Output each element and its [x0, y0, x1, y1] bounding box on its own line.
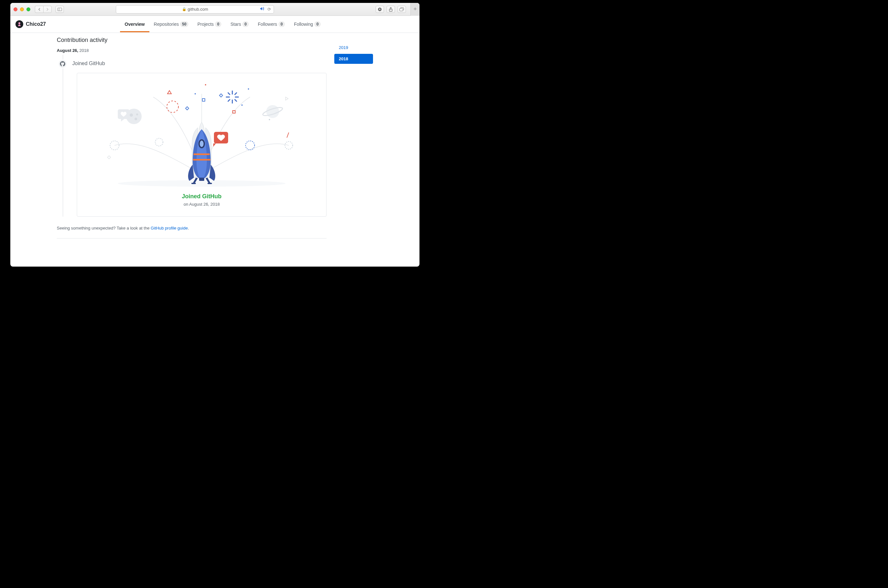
svg-point-19: [248, 88, 249, 90]
timeline: Joined GitHub: [57, 55, 327, 217]
username[interactable]: Chico27: [26, 21, 46, 27]
safari-window: 🔒 github.com ⟳ + Chico27 OverviewReposi: [11, 3, 420, 267]
lock-icon: 🔒: [182, 7, 187, 11]
main-column: Contribution activity August 26, 2018 Jo…: [57, 37, 327, 238]
fullscreen-window-button[interactable]: [26, 8, 30, 11]
svg-rect-5: [399, 8, 403, 11]
svg-point-8: [118, 180, 286, 187]
timeline-item-joined: Joined GitHub: [63, 55, 327, 217]
svg-line-25: [228, 93, 230, 95]
svg-rect-42: [199, 178, 204, 181]
svg-point-37: [200, 141, 203, 147]
activity-date: August 26, 2018: [57, 48, 327, 53]
toolbar-right: [376, 6, 406, 13]
svg-point-32: [130, 114, 133, 117]
svg-point-10: [155, 138, 163, 146]
address-bar[interactable]: 🔒 github.com ⟳: [116, 5, 274, 14]
svg-point-34: [136, 114, 138, 116]
svg-line-27: [235, 93, 237, 95]
svg-point-17: [194, 93, 196, 94]
profile-header: Chico27 OverviewRepositories50Projects0S…: [11, 16, 420, 33]
tab-counter: 50: [180, 21, 188, 27]
svg-rect-40: [191, 183, 196, 184]
tab-following[interactable]: Following0: [289, 16, 325, 32]
tab-label: Projects: [197, 22, 214, 27]
date-year: 2018: [78, 48, 89, 53]
close-window-button[interactable]: [14, 8, 17, 11]
profile-guide-link[interactable]: GitHub profile guide: [151, 226, 188, 231]
svg-rect-0: [58, 8, 62, 10]
minimize-window-button[interactable]: [20, 8, 24, 11]
joined-card: Joined GitHub on August 26, 2018: [77, 73, 327, 217]
tabs-button[interactable]: [397, 6, 406, 13]
joined-illustration: [85, 81, 319, 187]
tab-followers[interactable]: Followers0: [253, 16, 289, 32]
svg-rect-38: [194, 153, 210, 155]
contribution-heading: Contribution activity: [57, 37, 327, 44]
profile-tabs: OverviewRepositories50Projects0Stars0Fol…: [120, 16, 325, 32]
svg-rect-14: [202, 99, 205, 101]
content-area: Contribution activity August 26, 2018 Jo…: [11, 33, 420, 267]
footer-note: Seeing something unexpected? Take a look…: [57, 226, 327, 231]
date-prefix: August 26,: [57, 48, 78, 53]
svg-point-29: [266, 105, 279, 118]
footer-suffix: .: [188, 226, 189, 231]
tab-overview[interactable]: Overview: [120, 16, 149, 32]
tab-counter: 0: [314, 21, 321, 27]
card-subtitle: on August 26, 2018: [85, 202, 319, 207]
tab-projects[interactable]: Projects0: [193, 16, 226, 32]
tab-counter: 0: [242, 21, 249, 27]
tab-label: Followers: [258, 22, 277, 27]
tab-counter: 0: [215, 21, 221, 27]
tab-counter: 0: [278, 21, 285, 27]
url-host: github.com: [188, 7, 208, 12]
tab-label: Stars: [230, 22, 241, 27]
tab-label: Repositories: [154, 22, 179, 27]
year-filter: 20192018: [334, 37, 373, 238]
svg-point-16: [205, 84, 206, 86]
downloads-button[interactable]: [376, 6, 384, 13]
back-button[interactable]: [35, 6, 43, 13]
year-2018[interactable]: 2018: [334, 54, 373, 64]
sidebar-button[interactable]: [56, 6, 64, 13]
svg-point-33: [135, 118, 137, 120]
new-tab-button[interactable]: +: [411, 3, 420, 16]
svg-point-20: [269, 119, 270, 120]
year-2019[interactable]: 2019: [334, 42, 373, 52]
svg-point-7: [18, 22, 20, 24]
forward-button[interactable]: [43, 6, 52, 13]
svg-line-26: [235, 99, 237, 102]
tab-label: Following: [294, 22, 313, 27]
svg-point-18: [241, 105, 243, 106]
audio-icon[interactable]: [260, 7, 265, 12]
window-controls: [14, 8, 30, 11]
tab-label: Overview: [125, 22, 144, 27]
github-icon: [58, 59, 67, 68]
reload-icon[interactable]: ⟳: [268, 7, 271, 12]
browser-toolbar: 🔒 github.com ⟳ +: [11, 3, 420, 16]
avatar[interactable]: [15, 20, 23, 28]
share-button[interactable]: [387, 6, 395, 13]
nav-buttons: [35, 6, 52, 13]
divider: [57, 238, 327, 238]
footer-text: Seeing something unexpected? Take a look…: [57, 226, 151, 231]
card-title: Joined GitHub: [85, 193, 319, 200]
timeline-title: Joined GitHub: [72, 61, 105, 66]
tab-repositories[interactable]: Repositories50: [149, 16, 193, 32]
svg-point-13: [167, 101, 178, 112]
svg-rect-41: [208, 183, 212, 184]
tab-stars[interactable]: Stars0: [226, 16, 253, 32]
svg-line-28: [228, 99, 230, 102]
svg-rect-39: [193, 159, 211, 160]
